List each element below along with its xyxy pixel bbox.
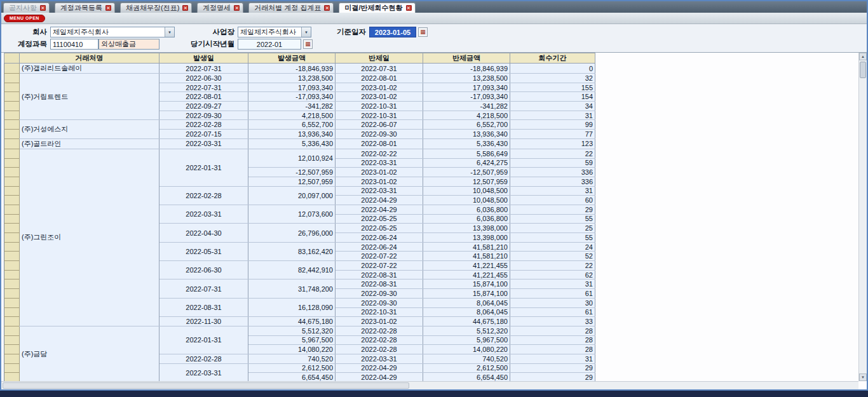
cell-occurrence-amount[interactable]: 4,218,500: [248, 111, 336, 120]
column-header-2[interactable]: 발생일: [159, 53, 248, 64]
chevron-down-icon[interactable]: ▼: [165, 27, 174, 37]
cell-occurrence-amount[interactable]: 16,128,090: [248, 298, 336, 316]
row-selector[interactable]: [4, 363, 20, 373]
cell-occurrence-date[interactable]: 2022-08-01: [159, 92, 248, 102]
row-selector[interactable]: [4, 279, 20, 289]
vertical-scrollbar[interactable]: ▲ ▼: [858, 53, 867, 381]
cell-settlement-date[interactable]: 2022-03-31: [336, 354, 423, 363]
column-header-6[interactable]: 회수기간: [510, 53, 595, 64]
scroll-down-icon[interactable]: ▼: [859, 373, 867, 381]
period-input[interactable]: 2022-01: [238, 39, 301, 50]
cell-collection-days[interactable]: 31: [510, 279, 595, 289]
tab-close-icon[interactable]: ✕: [324, 5, 330, 11]
cell-collection-days[interactable]: 24: [510, 242, 595, 252]
cell-settlement-amount[interactable]: 13,936,340: [423, 130, 510, 139]
cell-settlement-date[interactable]: 2022-06-24: [336, 233, 423, 243]
row-selector[interactable]: [4, 242, 20, 252]
tab-close-icon[interactable]: ✕: [406, 5, 412, 11]
row-selector[interactable]: [4, 270, 20, 279]
cell-settlement-date[interactable]: 2022-02-22: [336, 149, 423, 158]
cell-occurrence-date[interactable]: 2022-01-31: [159, 326, 248, 354]
row-selector[interactable]: [4, 354, 20, 363]
cell-settlement-amount[interactable]: 5,586,649: [423, 149, 510, 158]
cell-collection-days[interactable]: 25: [510, 224, 595, 233]
cell-customer-name[interactable]: (주)그린조이: [20, 149, 159, 326]
vertical-scroll-thumb[interactable]: [860, 62, 866, 78]
cell-occurrence-date[interactable]: 2022-04-30: [159, 224, 248, 242]
cell-settlement-amount[interactable]: 5,336,430: [423, 138, 510, 149]
cell-collection-days[interactable]: 22: [510, 149, 595, 158]
cell-collection-days[interactable]: 154: [510, 92, 595, 102]
cell-settlement-date[interactable]: 2022-03-31: [336, 158, 423, 168]
row-selector[interactable]: [4, 158, 20, 168]
cell-collection-days[interactable]: 0: [510, 64, 595, 74]
account-code-input[interactable]: 11100410: [50, 39, 98, 50]
cell-settlement-amount[interactable]: 2,612,500: [423, 363, 510, 373]
row-selector[interactable]: [4, 130, 20, 139]
row-selector[interactable]: [4, 83, 20, 92]
cell-settlement-amount[interactable]: 5,512,320: [423, 326, 510, 335]
cell-settlement-amount[interactable]: 6,424,275: [423, 158, 510, 168]
cell-settlement-amount[interactable]: 41,221,455: [423, 261, 510, 271]
cell-settlement-date[interactable]: 2023-01-02: [336, 92, 423, 102]
row-selector[interactable]: [4, 326, 20, 335]
cell-settlement-amount[interactable]: 14,080,220: [423, 345, 510, 354]
column-header-1[interactable]: 거래처명: [20, 53, 159, 64]
row-selector[interactable]: [4, 317, 20, 326]
tab-5[interactable]: 거래처별 계정 집계표✕: [248, 3, 334, 13]
row-selector[interactable]: [4, 335, 20, 345]
row-selector[interactable]: [4, 307, 20, 317]
chevron-down-icon[interactable]: ▼: [301, 27, 311, 37]
cell-settlement-date[interactable]: 2022-07-22: [336, 261, 423, 271]
cell-settlement-amount[interactable]: 13,398,000: [423, 233, 510, 243]
cell-collection-days[interactable]: 29: [510, 363, 595, 373]
row-selector[interactable]: [4, 74, 20, 83]
cell-settlement-date[interactable]: 2022-02-28: [336, 326, 423, 335]
scroll-up-icon[interactable]: ▲: [859, 53, 867, 60]
site-select[interactable]: 제일제지주식회사 ▼: [238, 27, 311, 37]
cell-collection-days[interactable]: 28: [510, 326, 595, 335]
cell-settlement-amount[interactable]: 6,552,700: [423, 120, 510, 130]
cell-occurrence-amount[interactable]: 17,093,340: [248, 83, 336, 92]
cell-collection-days[interactable]: 155: [510, 83, 595, 92]
cell-occurrence-date[interactable]: 2022-06-30: [159, 261, 248, 279]
cell-settlement-date[interactable]: 2022-08-01: [336, 74, 423, 83]
cell-settlement-amount[interactable]: 6,036,800: [423, 205, 510, 214]
cell-settlement-amount[interactable]: 15,874,100: [423, 289, 510, 299]
cell-occurrence-amount[interactable]: 83,162,420: [248, 242, 336, 260]
row-selector[interactable]: [4, 177, 20, 186]
horizontal-scrollbar[interactable]: [1, 381, 858, 389]
cell-settlement-date[interactable]: 2022-09-30: [336, 298, 423, 307]
row-selector[interactable]: [4, 120, 20, 130]
tab-close-icon[interactable]: ✕: [105, 5, 111, 11]
cell-settlement-amount[interactable]: -18,846,939: [423, 64, 510, 74]
cell-collection-days[interactable]: 55: [510, 214, 595, 224]
cell-occurrence-amount[interactable]: 740,520: [248, 354, 336, 363]
tab-6[interactable]: 미결/반제회수현황✕: [339, 3, 415, 13]
horizontal-scroll-thumb[interactable]: [3, 382, 409, 389]
cell-settlement-amount[interactable]: 740,520: [423, 354, 510, 363]
cell-settlement-date[interactable]: 2022-02-28: [336, 345, 423, 354]
cell-occurrence-date[interactable]: 2022-02-28: [159, 186, 248, 205]
cell-occurrence-amount[interactable]: 2,612,500: [248, 363, 336, 373]
calendar-icon[interactable]: ▦: [418, 27, 428, 37]
cell-customer-name[interactable]: (주)금담: [20, 326, 159, 382]
row-selector[interactable]: [4, 138, 20, 149]
cell-occurrence-date[interactable]: 2022-02-28: [159, 354, 248, 363]
cell-occurrence-amount[interactable]: -12,507,959: [248, 168, 336, 177]
column-header-4[interactable]: 반제일: [336, 53, 423, 64]
cell-occurrence-amount[interactable]: 44,675,180: [248, 317, 336, 326]
row-selector[interactable]: [4, 168, 20, 177]
cell-occurrence-date[interactable]: 2022-02-28: [159, 120, 248, 130]
cell-collection-days[interactable]: 29: [510, 205, 595, 214]
cell-settlement-date[interactable]: 2022-05-25: [336, 224, 423, 233]
company-select[interactable]: 제일제지주식회사 ▼: [50, 27, 175, 37]
row-selector[interactable]: [4, 289, 20, 299]
cell-collection-days[interactable]: 62: [510, 270, 595, 279]
cell-settlement-amount[interactable]: 13,398,000: [423, 224, 510, 233]
cell-occurrence-date[interactable]: 2022-01-31: [159, 149, 248, 186]
cell-collection-days[interactable]: 31: [510, 354, 595, 363]
cell-occurrence-date[interactable]: 2022-05-31: [159, 242, 248, 260]
tab-close-icon[interactable]: ✕: [234, 5, 240, 11]
cell-settlement-date[interactable]: 2022-02-28: [336, 335, 423, 345]
